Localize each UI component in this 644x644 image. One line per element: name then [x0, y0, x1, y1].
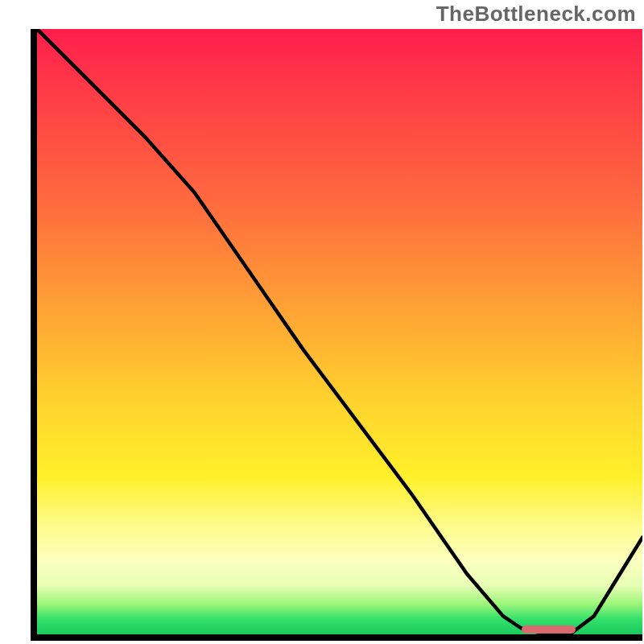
curve-layer: [37, 29, 642, 634]
watermark-text: TheBottleneck.com: [436, 2, 636, 27]
optimal-range-marker: [522, 625, 576, 634]
plot-area: [31, 29, 642, 641]
chart-root: TheBottleneck.com: [0, 0, 644, 644]
bottleneck-curve: [37, 29, 642, 634]
